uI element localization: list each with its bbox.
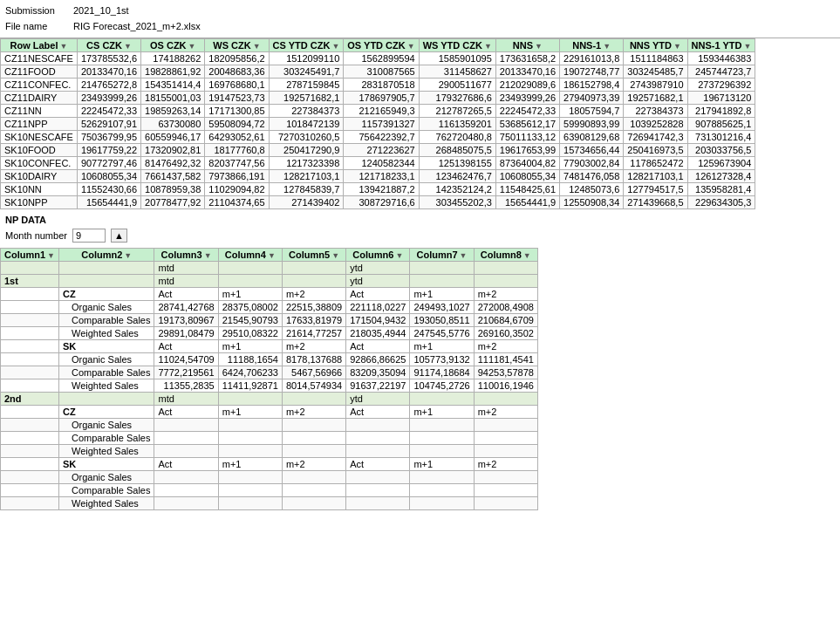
table-cell: 142352124,2 bbox=[419, 183, 495, 196]
subheader-cell bbox=[410, 262, 474, 275]
lower-subheader-row-mtd-ytd: mtdytd bbox=[1, 262, 538, 275]
dropdown-arrow-icon[interactable]: ▼ bbox=[484, 42, 492, 51]
month-spinner-up[interactable]: ▲ bbox=[111, 229, 127, 243]
upper-col-header[interactable]: WS CZK▼ bbox=[205, 39, 269, 52]
section-label-cell: 1st bbox=[1, 275, 59, 288]
data-cell: 11188,1654 bbox=[218, 353, 282, 366]
list-item: Weighted Sales bbox=[1, 497, 538, 510]
lower-col-header[interactable]: Column1▼ bbox=[1, 249, 59, 262]
lower-col-header[interactable]: Column4▼ bbox=[218, 249, 282, 262]
dropdown-arrow-icon[interactable]: ▼ bbox=[188, 42, 196, 51]
group-header-cell bbox=[1, 288, 59, 301]
lower-col-header[interactable]: Column3▼ bbox=[154, 249, 218, 262]
data-cell bbox=[1, 314, 59, 327]
dropdown-arrow-icon[interactable]: ▼ bbox=[331, 42, 339, 51]
lower-col-header[interactable]: Column6▼ bbox=[346, 249, 410, 262]
data-cell bbox=[282, 432, 345, 445]
lower-col-header[interactable]: Column5▼ bbox=[282, 249, 345, 262]
group-header-cell: CZ bbox=[58, 406, 154, 419]
upper-col-header[interactable]: OS YTD CZK▼ bbox=[344, 39, 419, 52]
lower-col-header[interactable]: Column2▼ bbox=[58, 249, 154, 262]
subheader-cell bbox=[218, 262, 282, 275]
dropdown-arrow-icon[interactable]: ▼ bbox=[395, 251, 403, 260]
table-cell: 17171300,85 bbox=[205, 105, 269, 118]
dropdown-arrow-icon[interactable]: ▼ bbox=[124, 251, 132, 260]
dropdown-arrow-icon[interactable]: ▼ bbox=[253, 42, 261, 51]
dropdown-arrow-icon[interactable]: ▼ bbox=[124, 42, 132, 51]
group-header-cell: Act bbox=[346, 458, 410, 471]
lower-col-header[interactable]: Column7▼ bbox=[410, 249, 474, 262]
table-cell: 192571682,1 bbox=[269, 92, 344, 105]
data-cell bbox=[282, 471, 345, 484]
table-cell: 174188262 bbox=[141, 52, 205, 65]
upper-col-header[interactable]: OS CZK▼ bbox=[141, 39, 205, 52]
table-cell: 726941742,3 bbox=[624, 131, 687, 144]
data-cell: 94253,57878 bbox=[474, 366, 537, 379]
upper-col-header[interactable]: NNS-1 YTD▼ bbox=[687, 39, 755, 52]
dropdown-arrow-icon[interactable]: ▼ bbox=[331, 251, 339, 260]
table-cell: 126127328,4 bbox=[687, 170, 755, 183]
data-cell: 29510,08322 bbox=[218, 327, 282, 340]
upper-col-header[interactable]: NNS YTD▼ bbox=[624, 39, 687, 52]
table-cell: 2787159845 bbox=[269, 79, 344, 92]
group-header-cell: Act bbox=[346, 288, 410, 301]
table-cell: 217941892,8 bbox=[687, 105, 755, 118]
data-cell bbox=[474, 484, 537, 497]
submission-label: Submission bbox=[5, 3, 66, 19]
dropdown-arrow-icon[interactable]: ▼ bbox=[523, 251, 531, 260]
table-cell: 18155001,03 bbox=[141, 92, 205, 105]
dropdown-arrow-icon[interactable]: ▼ bbox=[59, 42, 67, 51]
data-cell bbox=[346, 445, 410, 458]
table-cell: 271439402 bbox=[269, 196, 344, 209]
table-cell: 2737296392 bbox=[687, 79, 755, 92]
dropdown-arrow-icon[interactable]: ▼ bbox=[47, 251, 55, 260]
dropdown-arrow-icon[interactable]: ▼ bbox=[204, 251, 212, 260]
table-cell: 303455202,3 bbox=[419, 196, 495, 209]
data-cell: 21545,90793 bbox=[218, 314, 282, 327]
upper-col-header[interactable]: CS YTD CZK▼ bbox=[269, 39, 344, 52]
lower-col-header[interactable]: Column8▼ bbox=[474, 249, 537, 262]
data-cell: 11355,2835 bbox=[154, 379, 218, 393]
table-cell: 7481476,058 bbox=[560, 170, 624, 183]
dropdown-arrow-icon[interactable]: ▼ bbox=[743, 42, 751, 51]
table-cell: 135958281,4 bbox=[687, 183, 755, 196]
data-cell: 28741,42768 bbox=[154, 301, 218, 314]
dropdown-arrow-icon[interactable]: ▼ bbox=[268, 251, 276, 260]
upper-col-header[interactable]: WS YTD CZK▼ bbox=[419, 39, 495, 52]
table-cell: 229634305,3 bbox=[687, 196, 755, 209]
dropdown-arrow-icon[interactable]: ▼ bbox=[460, 251, 468, 260]
data-cell: 5467,56966 bbox=[282, 366, 345, 379]
table-cell: 756422392,7 bbox=[344, 131, 419, 144]
table-cell: 7270310260,5 bbox=[269, 131, 344, 144]
data-cell: 8014,574934 bbox=[282, 379, 345, 393]
upper-col-header[interactable]: Row Label▼ bbox=[1, 39, 78, 52]
upper-col-header[interactable]: CS CZK▼ bbox=[77, 39, 140, 52]
table-cell: 64293052,61 bbox=[205, 131, 269, 144]
month-input[interactable] bbox=[72, 229, 106, 243]
table-cell: 23493999,26 bbox=[77, 92, 140, 105]
data-cell bbox=[346, 432, 410, 445]
table-row: CZ11NN22245472,3319859263,1417171300,852… bbox=[1, 105, 755, 118]
group-row: CZActm+1m+2Actm+1m+2 bbox=[1, 288, 538, 301]
data-cell bbox=[410, 445, 474, 458]
dropdown-arrow-icon[interactable]: ▼ bbox=[407, 42, 415, 51]
table-cell: SK10DAIRY bbox=[1, 170, 78, 183]
data-cell: 83209,35094 bbox=[346, 366, 410, 379]
table-cell: 27940973,39 bbox=[560, 92, 624, 105]
dropdown-arrow-icon[interactable]: ▼ bbox=[603, 42, 611, 51]
upper-col-header[interactable]: NNS▼ bbox=[495, 39, 559, 52]
table-cell: 229161013,8 bbox=[560, 52, 624, 65]
list-item: Organic Sales11024,5470911188,16548178,1… bbox=[1, 353, 538, 366]
dropdown-arrow-icon[interactable]: ▼ bbox=[673, 42, 681, 51]
table-cell: 18057594,7 bbox=[560, 105, 624, 118]
table-row: SK10NESCAFE75036799,9560559946,176429305… bbox=[1, 131, 755, 144]
data-cell: 91174,18684 bbox=[410, 366, 474, 379]
data-cell bbox=[410, 484, 474, 497]
list-item: Weighted Sales11355,283511411,928718014,… bbox=[1, 379, 538, 393]
upper-col-header[interactable]: NNS-1▼ bbox=[560, 39, 624, 52]
data-cell: 7772,219561 bbox=[154, 366, 218, 379]
data-cell: 210684,6709 bbox=[474, 314, 537, 327]
table-cell: 1039252828 bbox=[624, 118, 687, 131]
table-cell: 81476492,32 bbox=[141, 157, 205, 170]
dropdown-arrow-icon[interactable]: ▼ bbox=[535, 42, 543, 51]
